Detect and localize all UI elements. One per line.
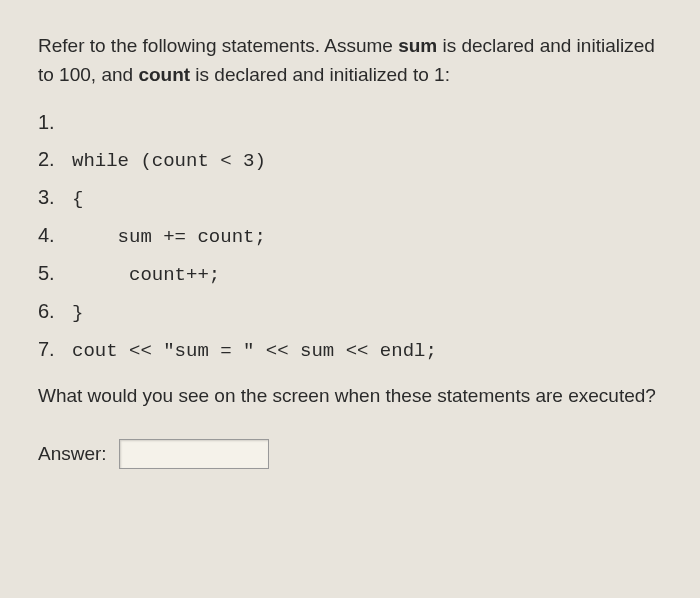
- code-line: 2. while (count < 3): [38, 148, 662, 172]
- code-line: 5. count++;: [38, 262, 662, 286]
- code-text: while (count < 3): [72, 150, 266, 172]
- code-text: cout << "sum = " << sum << endl;: [72, 340, 437, 362]
- code-line: 3. {: [38, 186, 662, 210]
- intro-part3: is declared and initialized to 1:: [190, 64, 450, 85]
- intro-text: Refer to the following statements. Assum…: [38, 32, 662, 89]
- intro-part1: Refer to the following statements. Assum…: [38, 35, 398, 56]
- code-block: 1. 2. while (count < 3) 3. { 4. sum += c…: [38, 111, 662, 362]
- line-number: 2.: [38, 148, 72, 171]
- code-text: count++;: [72, 264, 220, 286]
- line-number: 6.: [38, 300, 72, 323]
- intro-bold2: count: [138, 64, 190, 85]
- code-text: sum += count;: [72, 226, 266, 248]
- answer-row: Answer:: [38, 439, 662, 469]
- line-number: 1.: [38, 111, 72, 134]
- intro-bold1: sum: [398, 35, 437, 56]
- line-number: 7.: [38, 338, 72, 361]
- line-number: 5.: [38, 262, 72, 285]
- code-line: 7. cout << "sum = " << sum << endl;: [38, 338, 662, 362]
- answer-label: Answer:: [38, 443, 107, 465]
- code-text: {: [72, 188, 83, 210]
- code-text: }: [72, 302, 83, 324]
- line-number: 4.: [38, 224, 72, 247]
- code-line: 6. }: [38, 300, 662, 324]
- code-line: 4. sum += count;: [38, 224, 662, 248]
- question-text: What would you see on the screen when th…: [38, 382, 662, 411]
- code-line: 1.: [38, 111, 662, 134]
- line-number: 3.: [38, 186, 72, 209]
- answer-input[interactable]: [119, 439, 269, 469]
